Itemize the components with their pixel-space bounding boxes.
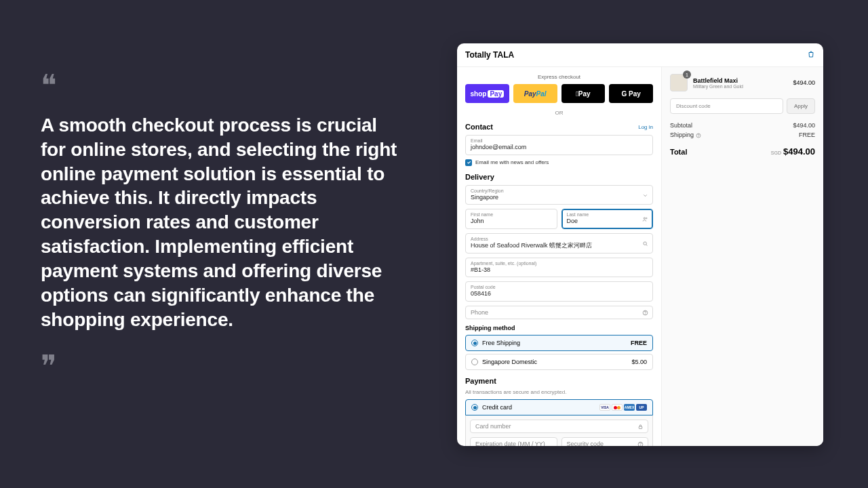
lock-icon (637, 420, 644, 432)
address-field[interactable]: Address House of Seafood Riverwalk 螃蟹之家河… (465, 233, 653, 253)
unionpay-icon: UP (636, 404, 647, 411)
shipping-method-heading: Shipping method (465, 325, 653, 331)
store-brand: Totally TALA (465, 50, 514, 60)
email-field[interactable]: Email johndoe@email.com (465, 135, 653, 155)
shipping-label: Shipping (670, 131, 701, 138)
express-checkout-label: Express checkout (465, 74, 653, 80)
contacts-icon[interactable] (642, 213, 648, 225)
item-price: $494.00 (793, 79, 815, 86)
delivery-heading: Delivery (465, 173, 494, 181)
google-pay-button[interactable]: G Pay (609, 84, 653, 103)
help-icon[interactable] (696, 131, 701, 138)
total-amount: $494.00 (783, 146, 815, 157)
payment-heading: Payment (465, 377, 496, 385)
last-name-field[interactable]: Last name Doe (561, 209, 654, 229)
help-icon[interactable] (642, 306, 648, 319)
cart-item: 1 Battlefield Maxi Military Green and Go… (670, 74, 815, 92)
checkout-panel: Totally TALA Express checkout shopPay Pa… (457, 43, 823, 446)
expiration-field[interactable]: Expiration date (MM / YY) (470, 437, 557, 446)
apartment-field[interactable]: Apartment, suite, etc. (optional) #B1-38 (465, 258, 653, 278)
quantity-badge: 1 (683, 70, 691, 79)
or-divider: OR (465, 110, 653, 116)
phone-field[interactable]: Phone (465, 306, 653, 319)
visa-icon: VISA (599, 404, 610, 411)
login-link[interactable]: Log in (638, 124, 653, 130)
amex-icon: AMEX (624, 404, 635, 411)
radio-off-icon (471, 359, 478, 365)
shop-pay-button[interactable]: shopPay (465, 84, 509, 103)
shipping-option-domestic[interactable]: Singapore Domestic $5.00 (465, 354, 653, 370)
country-select[interactable]: Country/Region Singapore (465, 185, 653, 205)
card-number-field[interactable]: Card number (470, 420, 648, 433)
news-label: Email me with news and offers (475, 159, 549, 165)
first-name-field[interactable]: First name John (465, 209, 557, 229)
svg-rect-5 (639, 426, 642, 428)
discount-input[interactable]: Discount code (670, 98, 783, 114)
svg-point-0 (644, 218, 645, 219)
item-name: Battlefield Maxi (693, 77, 787, 84)
subtotal-value: $494.00 (793, 122, 815, 129)
security-code-field[interactable]: Security code (561, 437, 649, 446)
total-currency: SGD (771, 150, 781, 155)
search-icon[interactable] (642, 237, 648, 249)
shipping-option-free[interactable]: Free Shipping FREE (465, 335, 653, 351)
quote-block: ❝ A smooth checkout process is crucial f… (41, 71, 407, 382)
chevron-down-icon (642, 189, 648, 201)
quote-close-icon: ❞ (41, 352, 407, 382)
payment-note: All transactions are secure and encrypte… (465, 389, 653, 395)
credit-card-option[interactable]: Credit card VISA AMEX UP (465, 399, 653, 415)
shipping-value: FREE (799, 131, 815, 138)
postal-field[interactable]: Postal code 058416 (465, 281, 653, 302)
contact-heading: Contact (465, 123, 493, 131)
apply-button[interactable]: Apply (787, 98, 815, 114)
item-variant: Military Green and Gold (693, 84, 787, 89)
news-checkbox[interactable] (465, 159, 472, 166)
mastercard-icon (612, 404, 623, 411)
quote-text: A smooth checkout process is crucial for… (41, 113, 407, 331)
help-icon[interactable] (637, 438, 644, 446)
svg-point-1 (646, 218, 648, 219)
total-label: Total (670, 148, 687, 156)
svg-point-2 (644, 242, 647, 245)
paypal-button[interactable]: PayPal (513, 84, 557, 103)
radio-on-icon (471, 340, 478, 346)
quote-open-icon: ❝ (41, 71, 407, 101)
apple-pay-button[interactable]:  Pay (561, 84, 606, 103)
subtotal-label: Subtotal (670, 122, 692, 129)
bag-icon[interactable] (807, 49, 815, 61)
radio-on-icon (471, 404, 478, 411)
